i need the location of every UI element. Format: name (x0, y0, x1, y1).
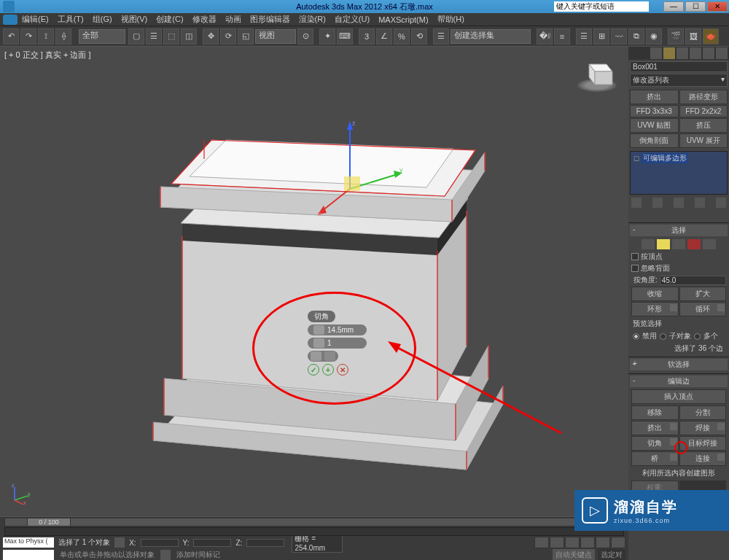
subobj-border-icon[interactable] (672, 239, 685, 249)
viewport-label[interactable]: [ + 0 正交 ] 真实 + 边面 ] (4, 50, 91, 61)
connect-options-icon[interactable] (717, 454, 725, 461)
graphite-button[interactable]: ⊞ (593, 28, 609, 44)
material-editor-button[interactable]: ◉ (646, 28, 662, 44)
rollout-soft-title[interactable]: +软选择 (630, 359, 728, 370)
by-angle-spinner[interactable]: 45.0 (660, 276, 726, 285)
bridge-options-icon[interactable] (670, 454, 677, 461)
ring-button[interactable]: 环形 (631, 302, 679, 316)
render-button[interactable]: 🫖 (703, 28, 719, 44)
menu-tools[interactable]: 工具(T) (58, 14, 84, 25)
select-region-button[interactable]: ⬚ (163, 28, 179, 44)
chamfer-options[interactable] (308, 351, 338, 362)
weld-button[interactable]: 焊接 (679, 421, 727, 435)
help-search-input[interactable]: 键入关键字或短语 (554, 1, 649, 12)
loop-options-icon[interactable] (717, 304, 725, 311)
menu-group[interactable]: 组(G) (93, 14, 112, 25)
rollout-selection-title[interactable]: 选择 (630, 225, 728, 236)
link-button[interactable]: ⟟ (38, 28, 54, 44)
configure-sets-icon[interactable] (716, 198, 726, 208)
render-setup-button[interactable]: 🎬 (668, 28, 684, 44)
by-vertex-checkbox[interactable] (631, 253, 639, 260)
caddy-ok-button[interactable]: ✓ (308, 364, 319, 376)
chamfer-options-icon[interactable] (670, 438, 677, 446)
bridge-button[interactable]: 桥 (631, 451, 679, 466)
tab-motion-icon[interactable] (690, 47, 701, 59)
tab-display-icon[interactable] (703, 47, 714, 59)
named-selset-button[interactable]: ☰ (433, 28, 449, 44)
menu-rendering[interactable]: 渲染(R) (299, 14, 326, 25)
menu-views[interactable]: 视图(V) (121, 14, 148, 25)
btn-squeeze[interactable]: 挤压 (679, 118, 728, 133)
select-button[interactable]: ▢ (128, 28, 144, 44)
curve-editor-button[interactable]: 〰 (611, 28, 627, 44)
menu-modifiers[interactable]: 修改器 (192, 14, 217, 25)
tab-modify-icon[interactable] (663, 47, 675, 59)
spinner-snap-button[interactable]: ⟲ (411, 28, 427, 44)
menu-maxscript[interactable]: MAXScript(M) (378, 15, 428, 24)
connect-button[interactable]: 连接 (679, 451, 727, 466)
target-weld-button[interactable]: 目标焊接 (679, 436, 727, 451)
modifier-list-dropdown[interactable]: 修改器列表▾ (630, 74, 728, 87)
chamfer-button[interactable]: 切角 (631, 436, 679, 451)
tab-utilities-icon[interactable] (716, 47, 728, 59)
redo-button[interactable]: ↷ (20, 28, 36, 44)
rollout-edit-edges-title[interactable]: 编辑边 (630, 376, 728, 387)
lock-selection-icon[interactable] (114, 537, 125, 548)
app-menu-icon[interactable] (3, 15, 17, 25)
percent-snap-button[interactable]: % (394, 28, 410, 44)
menu-edit[interactable]: 编辑(E) (22, 14, 49, 25)
extrude-edge-button[interactable]: 挤出 (631, 421, 679, 435)
keyboard-shortcut-button[interactable]: ⌨ (337, 28, 353, 44)
btn-extrude[interactable]: 挤出 (630, 90, 679, 104)
layer-button[interactable]: ☰ (576, 28, 592, 44)
x-coord-field[interactable] (141, 539, 179, 547)
btn-uvwmap[interactable]: UVW 贴图 (630, 118, 679, 133)
preview-multi-radio[interactable] (694, 333, 701, 340)
named-selset-dropdown[interactable]: 创建选择集 (451, 29, 531, 44)
menu-grapheditors[interactable]: 图形编辑器 (250, 14, 290, 25)
track-bar[interactable] (4, 527, 624, 536)
preview-off-radio[interactable] (633, 333, 639, 340)
autokey-label[interactable]: 自动关键点 (553, 549, 595, 560)
scale-button[interactable]: ◱ (238, 28, 254, 44)
go-end-button[interactable] (611, 537, 625, 548)
menu-create[interactable]: 创建(C) (156, 14, 183, 25)
btn-pathdeform[interactable]: 路径变形 (679, 90, 728, 104)
subobj-element-icon[interactable] (703, 239, 716, 249)
grow-button[interactable]: 扩大 (679, 287, 727, 301)
caddy-apply-button[interactable]: + (322, 364, 334, 376)
selection-filter-dropdown[interactable]: 全部 (79, 29, 125, 44)
ignore-backfacing-checkbox[interactable] (631, 265, 639, 272)
loop-button[interactable]: 循环 (679, 302, 727, 316)
viewport[interactable]: [ + 0 正交 ] 真实 + 边面 ] (0, 47, 628, 516)
viewcube[interactable] (577, 55, 617, 95)
maxscript-listener[interactable]: Max to Physx ( (3, 537, 54, 548)
unlink-button[interactable]: ⟠ (55, 28, 71, 44)
subobj-edge-icon[interactable] (657, 239, 670, 249)
subobj-vertex-icon[interactable] (642, 239, 655, 249)
btn-ffd222[interactable]: FFD 2x2x2 (679, 105, 728, 117)
show-end-result-icon[interactable] (652, 198, 663, 208)
z-coord-field[interactable] (246, 539, 284, 547)
modifier-stack[interactable]: ◻ 可编辑多边形 (630, 151, 728, 195)
snap-toggle-button[interactable]: 3 (359, 28, 375, 44)
time-slider[interactable]: 0 / 100 (4, 518, 624, 526)
tab-hierarchy-icon[interactable] (677, 47, 688, 59)
extrude-options-icon[interactable] (670, 423, 677, 430)
chamfer-amount-field[interactable]: 14.5mm (308, 324, 367, 335)
menu-customize[interactable]: 自定义(U) (335, 14, 370, 25)
subobj-polygon-icon[interactable] (687, 239, 701, 249)
menu-animation[interactable]: 动画 (225, 14, 241, 25)
select-name-button[interactable]: ☰ (146, 28, 162, 44)
key-selected-label[interactable]: 选定对 (598, 549, 625, 560)
btn-uvwunwrap[interactable]: UVW 展开 (679, 133, 728, 148)
chamfer-segments-field[interactable]: 1 (308, 338, 367, 349)
go-start-button[interactable] (550, 537, 564, 548)
prev-frame-button[interactable] (565, 537, 580, 548)
object-name-field[interactable]: Box001 (630, 61, 728, 72)
close-button[interactable]: ✕ (707, 1, 728, 12)
insert-vertex-button[interactable]: 插入顶点 (631, 389, 726, 404)
caddy-cancel-button[interactable]: ✕ (337, 364, 348, 376)
shrink-button[interactable]: 收缩 (631, 287, 679, 301)
angle-snap-button[interactable]: ∠ (376, 28, 392, 44)
